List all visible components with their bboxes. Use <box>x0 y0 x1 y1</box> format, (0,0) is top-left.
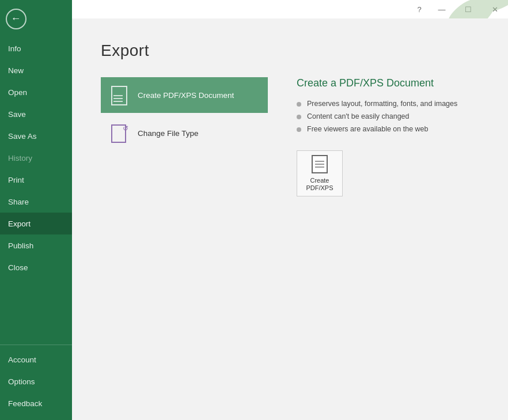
pdf-line-2 <box>113 98 123 99</box>
option-change-file-type[interactable]: ↺ Change File Type <box>101 115 268 151</box>
sidebar-item-share[interactable]: Share <box>0 191 72 213</box>
help-button[interactable]: ? <box>410 0 429 18</box>
pdf-document-icon <box>111 85 127 105</box>
bullet-dot-3 <box>297 127 301 132</box>
pdf-line-3 <box>113 101 123 102</box>
sidebar-item-options[interactable]: Options <box>0 370 72 392</box>
title-bar: ? — ☐ ✕ <box>72 0 508 18</box>
bullet-text-2: Content can't be easily changed <box>307 112 410 120</box>
sidebar-item-account[interactable]: Account <box>0 349 72 370</box>
pdf-line-1 <box>113 95 123 96</box>
export-options: Create PDF/XPS Document ↺ Change File Ty… <box>101 77 479 196</box>
sidebar-item-close[interactable]: Close <box>0 256 72 278</box>
bullet-list: Preserves layout, formatting, fonts, and… <box>297 100 479 133</box>
right-panel: Create a PDF/XPS Document Preserves layo… <box>268 77 479 196</box>
minimize-button[interactable]: — <box>429 0 455 18</box>
back-circle-icon: ← <box>6 9 26 29</box>
create-pdfxps-button-icon <box>312 155 328 173</box>
sidebar-item-print[interactable]: Print <box>0 169 72 191</box>
create-label-line1: Create <box>306 177 333 184</box>
create-label-line2: PDF/XPS <box>306 184 333 192</box>
option-create-pdf-label: Create PDF/XPS Document <box>138 91 234 100</box>
sidebar-item-save[interactable]: Save <box>0 103 72 125</box>
main-content: Export Create PDF/XPS Document <box>72 18 508 420</box>
sidebar-item-new[interactable]: New <box>0 59 72 81</box>
create-pdfxps-icon-lines <box>315 161 324 168</box>
sidebar-bottom: Account Options Feedback <box>0 349 72 420</box>
close-window-button[interactable]: ✕ <box>482 0 508 18</box>
icon-line-3 <box>315 167 324 168</box>
create-pdfxps-button[interactable]: Create PDF/XPS <box>297 150 343 196</box>
sidebar-item-feedback[interactable]: Feedback <box>0 392 72 414</box>
bullet-item-1: Preserves layout, formatting, fonts, and… <box>297 100 479 108</box>
back-arrow-icon: ← <box>11 13 21 25</box>
option-create-pdf[interactable]: Create PDF/XPS Document <box>101 77 268 113</box>
icon-line-1 <box>315 161 324 162</box>
sidebar-item-publish[interactable]: Publish <box>0 234 72 256</box>
filetype-document-icon: ↺ <box>111 123 127 143</box>
filetype-arrow-icon: ↺ <box>123 124 128 133</box>
maximize-button[interactable]: ☐ <box>455 0 482 18</box>
sidebar-item-save-as[interactable]: Save As <box>0 125 72 147</box>
option-change-file-type-label: Change File Type <box>138 129 199 138</box>
bullet-text-3: Free viewers are available on the web <box>307 125 429 133</box>
pdf-lines <box>113 95 123 102</box>
sidebar: ← Info New Open Save Save As History Pri… <box>0 0 72 420</box>
pdf-icon <box>110 84 128 106</box>
filetype-icon: ↺ <box>110 122 128 144</box>
bullet-item-2: Content can't be easily changed <box>297 112 479 120</box>
icon-line-2 <box>315 164 324 165</box>
sidebar-nav: Info New Open Save Save As History Print… <box>0 37 72 341</box>
sidebar-item-open[interactable]: Open <box>0 81 72 103</box>
sidebar-divider <box>0 345 72 345</box>
page-title: Export <box>101 41 479 60</box>
sidebar-item-history: History <box>0 147 72 169</box>
bullet-text-1: Preserves layout, formatting, fonts, and… <box>307 100 457 108</box>
back-button[interactable]: ← <box>0 3 32 35</box>
bullet-dot-2 <box>297 115 301 119</box>
bullet-item-3: Free viewers are available on the web <box>297 125 479 133</box>
sidebar-item-info[interactable]: Info <box>0 37 72 59</box>
option-list: Create PDF/XPS Document ↺ Change File Ty… <box>101 77 268 196</box>
right-panel-title: Create a PDF/XPS Document <box>297 77 479 89</box>
sidebar-item-export[interactable]: Export <box>0 213 72 234</box>
create-pdfxps-button-label: Create PDF/XPS <box>306 177 333 192</box>
bullet-dot-1 <box>297 102 301 107</box>
